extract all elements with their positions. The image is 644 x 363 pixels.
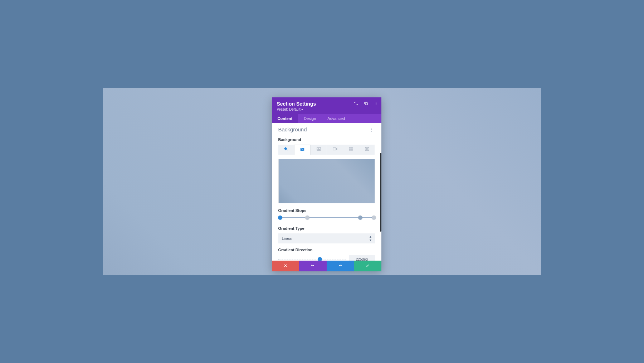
gradient-direction-slider[interactable] bbox=[278, 257, 346, 261]
svg-rect-8 bbox=[349, 147, 351, 149]
svg-point-1 bbox=[376, 102, 376, 103]
gradient-type-value: Linear bbox=[282, 236, 293, 241]
modal-content: Background ⋮ Background bbox=[272, 123, 381, 261]
svg-rect-7 bbox=[333, 148, 336, 150]
expand-icon[interactable] bbox=[353, 101, 358, 106]
svg-rect-0 bbox=[365, 103, 367, 105]
background-label: Background bbox=[278, 137, 375, 142]
gradient-preview[interactable] bbox=[278, 159, 375, 203]
gradient-type-label: Gradient Type bbox=[278, 226, 375, 231]
modal-footer bbox=[272, 261, 381, 271]
image-icon bbox=[316, 146, 321, 153]
select-caret-icon: ▴▾ bbox=[370, 235, 371, 242]
gradient-stop-4[interactable] bbox=[372, 216, 376, 220]
svg-rect-10 bbox=[349, 149, 351, 151]
mask-icon bbox=[365, 146, 370, 153]
section-menu-icon[interactable]: ⋮ bbox=[369, 127, 375, 132]
close-icon bbox=[283, 263, 288, 269]
bg-tab-color[interactable] bbox=[278, 145, 294, 155]
section-row: Background ⋮ bbox=[278, 123, 375, 135]
content-inner: Background ⋮ Background bbox=[272, 123, 381, 261]
redo-button[interactable] bbox=[327, 261, 354, 271]
svg-rect-11 bbox=[351, 149, 353, 151]
preset-prefix: Preset: bbox=[277, 107, 289, 111]
svg-point-3 bbox=[376, 105, 376, 105]
section-settings-modal: Section Settings Preset: Default ▾ Conte… bbox=[272, 97, 381, 271]
scrollbar[interactable] bbox=[380, 153, 381, 232]
gradient-direction-value[interactable]: 225deg bbox=[349, 255, 375, 261]
undo-icon bbox=[311, 263, 315, 269]
paint-bucket-icon bbox=[283, 146, 288, 153]
direction-slider-line bbox=[278, 259, 346, 260]
gradient-stop-2[interactable] bbox=[305, 216, 309, 220]
bg-tab-image[interactable] bbox=[311, 145, 327, 155]
header-actions bbox=[353, 101, 379, 106]
bg-tab-gradient[interactable] bbox=[294, 145, 311, 155]
bg-tab-video[interactable] bbox=[327, 145, 343, 155]
more-icon[interactable] bbox=[374, 101, 379, 106]
tab-advanced[interactable]: Advanced bbox=[322, 114, 351, 123]
tab-content[interactable]: Content bbox=[272, 114, 298, 123]
undo-button[interactable] bbox=[299, 261, 327, 271]
modal-header: Section Settings Preset: Default ▾ bbox=[272, 97, 381, 114]
duplicate-icon[interactable] bbox=[364, 101, 369, 106]
svg-rect-9 bbox=[351, 147, 353, 149]
page-canvas: Section Settings Preset: Default ▾ Conte… bbox=[103, 88, 541, 275]
gradient-icon bbox=[300, 147, 305, 153]
bg-tab-mask[interactable] bbox=[359, 145, 375, 155]
bg-tab-pattern[interactable] bbox=[343, 145, 359, 155]
save-button[interactable] bbox=[354, 261, 381, 271]
preset-value: Default ▾ bbox=[289, 107, 303, 111]
gradient-direction-label: Gradient Direction bbox=[278, 248, 375, 252]
redo-icon bbox=[338, 263, 342, 269]
pattern-icon bbox=[348, 146, 353, 153]
gradient-stops-track[interactable] bbox=[278, 216, 375, 220]
check-icon bbox=[365, 263, 370, 269]
cancel-button[interactable] bbox=[272, 261, 299, 271]
gradient-direction-row: 225deg bbox=[278, 255, 375, 261]
gradient-type-select[interactable]: Linear ▴▾ bbox=[278, 233, 375, 243]
main-tabs: Content Design Advanced bbox=[272, 114, 381, 123]
tab-design[interactable]: Design bbox=[298, 114, 322, 123]
video-icon bbox=[332, 146, 337, 153]
svg-point-6 bbox=[318, 148, 318, 149]
gradient-stop-1[interactable] bbox=[278, 216, 282, 220]
background-type-tabs bbox=[278, 145, 375, 155]
direction-slider-handle[interactable] bbox=[318, 257, 322, 261]
gradient-stop-3[interactable] bbox=[358, 216, 362, 220]
svg-point-2 bbox=[376, 103, 376, 104]
section-title: Background bbox=[278, 126, 307, 132]
modal-preset[interactable]: Preset: Default ▾ bbox=[277, 107, 376, 111]
gradient-stops-label: Gradient Stops bbox=[278, 208, 375, 213]
